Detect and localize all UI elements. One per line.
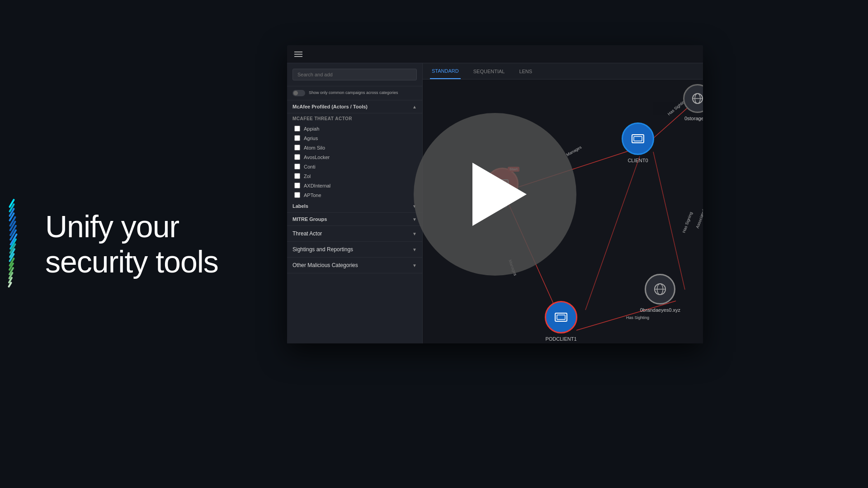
node-0storage[interactable]: 0storageato [683, 84, 703, 121]
node-podclient1[interactable]: PODCLIENT1 [545, 301, 577, 342]
svg-text:Associated with: Associated with [695, 201, 703, 229]
search-input[interactable] [292, 69, 417, 80]
sightings-chevron: ▼ [412, 247, 417, 252]
actor-zol[interactable]: Zol [287, 171, 422, 181]
svg-text:Has Signing: Has Signing [681, 211, 693, 234]
actor-avoslocker[interactable]: AvosLocker [287, 152, 422, 162]
actor-atom-silo[interactable]: Atom Silo [287, 143, 422, 152]
sightings-label: Sightings and Reportings [292, 246, 353, 253]
malicious-chevron: ▼ [412, 263, 417, 268]
mitre-chevron: ▼ [412, 217, 417, 222]
svg-rect-18 [557, 315, 565, 319]
actor-conti[interactable]: Conti [287, 162, 422, 171]
panel-header [287, 45, 703, 63]
hero-line2: security tools [45, 244, 218, 279]
tab-lens[interactable]: LENS [517, 63, 534, 79]
actor-agrius[interactable]: Agrius [287, 133, 422, 143]
graph-panel: STANDARD SEQUENTIAL LENS Manages [423, 63, 703, 343]
node-0storage-label: 0storageato [684, 116, 703, 121]
svg-rect-16 [634, 136, 642, 141]
actor-aptone[interactable]: APTone [287, 190, 422, 200]
hero-line1: Unify your [45, 209, 179, 244]
sidebar: Show only common campaigns across catego… [287, 63, 423, 343]
node-epo[interactable]: Start ePO [486, 168, 519, 208]
mcafee-section-label: McAfee Profiled (Actors / Tools) [292, 104, 368, 109]
svg-rect-14 [499, 183, 502, 185]
hamburger-menu[interactable] [294, 52, 302, 57]
svg-text:Manages: Manages [566, 145, 582, 157]
labels-label: Labels [292, 203, 308, 209]
network-graph: Manages Manages Has Sighting Has Sightin… [423, 80, 703, 343]
hero-section: Unify your security tools [45, 209, 218, 279]
threat-actor-header[interactable]: Threat Actor ▼ [287, 226, 422, 241]
svg-text:Manages: Manages [508, 259, 518, 277]
threat-actor-section: Threat Actor ▼ [287, 226, 422, 242]
toggle-switch[interactable] [292, 90, 305, 96]
ui-panel: Show only common campaigns across catego… [287, 45, 703, 343]
threat-actor-chevron: ▼ [412, 231, 417, 236]
svg-text:Has Sighting: Has Sighting [626, 315, 649, 320]
labels-section-header[interactable]: Labels ▼ [287, 200, 422, 213]
mcafee-section-header[interactable]: McAfee Profiled (Actors / Tools) ▲ [287, 100, 422, 113]
node-epo-label: ePO [497, 203, 507, 208]
node-0brand-label: 0brandaeyes0.xyz [640, 307, 680, 313]
node-0brand[interactable]: 0brandaeyes0.xyz [640, 274, 680, 313]
mitre-label: MITRE Groups [292, 216, 327, 222]
malicious-section: Other Malicious Categories ▼ [287, 258, 422, 273]
hero-title: Unify your security tools [45, 209, 218, 279]
svg-line-5 [585, 156, 640, 310]
decorative-stripes [0, 0, 36, 488]
actor-axdinternal[interactable]: AXDInternal [287, 181, 422, 190]
sightings-section: Sightings and Reportings ▼ [287, 242, 422, 258]
toggle-row: Show only common campaigns across catego… [287, 86, 422, 100]
node-client0-label: CLIENT0 [627, 158, 648, 163]
threat-actor-label: Threat Actor [292, 230, 322, 237]
mcafee-chevron: ▲ [412, 104, 417, 109]
actors-subsection-title: McAfee Threat Actor [287, 113, 422, 124]
actor-appiah[interactable]: Appiah [287, 124, 422, 133]
tab-standard[interactable]: STANDARD [430, 63, 461, 79]
tab-sequential[interactable]: SEQUENTIAL [472, 63, 507, 79]
malicious-label: Other Malicious Categories [292, 262, 358, 268]
malicious-header[interactable]: Other Malicious Categories ▼ [287, 258, 422, 273]
start-badge: Start [508, 167, 519, 172]
node-client0[interactable]: CLIENT0 [622, 122, 654, 163]
search-bar [287, 63, 422, 86]
node-podclient1-label: PODCLIENT1 [545, 336, 576, 342]
actors-label: McAfee Threat Actor [292, 116, 352, 121]
svg-line-4 [653, 152, 685, 290]
svg-line-0 [509, 150, 633, 190]
toggle-label: Show only common campaigns across catego… [309, 90, 398, 96]
mitre-section-header[interactable]: MITRE Groups ▼ [287, 213, 422, 226]
graph-tabs: STANDARD SEQUENTIAL LENS [423, 63, 703, 80]
svg-line-1 [509, 204, 558, 314]
sightings-header[interactable]: Sightings and Reportings ▼ [287, 242, 422, 257]
labels-chevron: ▼ [412, 204, 417, 209]
